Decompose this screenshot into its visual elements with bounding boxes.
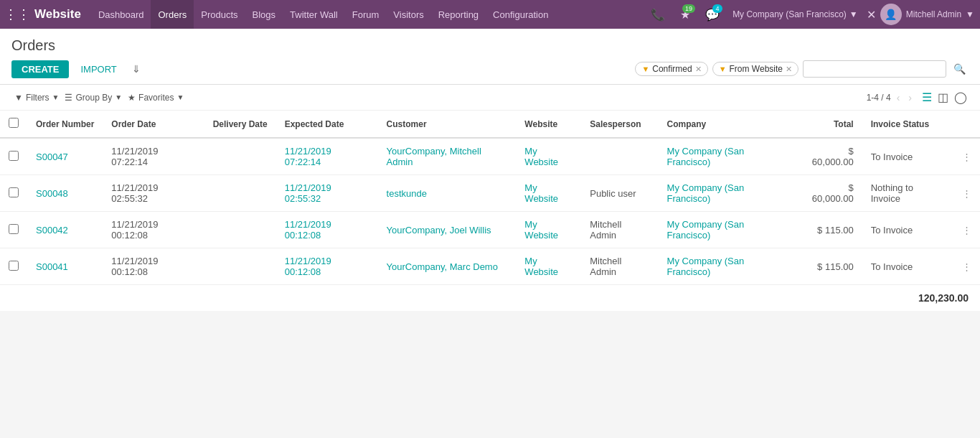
nav-orders[interactable]: Orders	[151, 0, 194, 29]
total-header[interactable]: Total	[796, 111, 862, 138]
row-customer-1[interactable]: testkunde	[378, 175, 517, 212]
list-view-button[interactable]: ☰	[920, 89, 933, 106]
download-button[interactable]: ⇓	[128, 60, 144, 78]
next-page-button[interactable]: ›	[905, 90, 915, 105]
company-caret: ▼	[849, 9, 858, 19]
group-by-button[interactable]: ☰ Group By ▼	[62, 91, 125, 104]
messages-icon-btn[interactable]: 💬 4	[701, 3, 724, 26]
row-checkbox-input-1[interactable]	[9, 187, 19, 197]
row-checkbox-3[interactable]	[0, 248, 27, 285]
select-all-header[interactable]	[0, 111, 27, 138]
row-checkbox-input-2[interactable]	[9, 224, 19, 234]
select-all-checkbox[interactable]	[9, 118, 19, 128]
nav-blogs[interactable]: Blogs	[245, 0, 283, 29]
search-icon[interactable]: 🔍	[951, 60, 969, 78]
row-salesperson-0	[581, 138, 658, 175]
row-checkbox-input-3[interactable]	[9, 261, 19, 271]
view-buttons: ☰ ◫ ◯	[920, 89, 969, 106]
order-number-header[interactable]: Order Number	[27, 111, 103, 138]
activity-view-button[interactable]: ◯	[953, 89, 969, 106]
table-row: S00048 11/21/2019 02:55:32 11/21/2019 02…	[0, 175, 980, 212]
row-website-0[interactable]: My Website	[516, 138, 581, 175]
order-date-header[interactable]: Order Date	[103, 111, 204, 138]
row-customer-3[interactable]: YourCompany, Marc Demo	[378, 248, 517, 285]
messages-badge: 4	[712, 4, 722, 13]
row-total-1: $ 60,000.00	[796, 175, 862, 212]
prev-page-button[interactable]: ‹	[894, 90, 903, 105]
app-title: Website	[34, 7, 81, 22]
orders-table-container: Order Number Order Date Delivery Date Ex…	[0, 111, 980, 311]
row-invoice-status-2: To Invoice	[862, 212, 953, 248]
phone-icon-btn[interactable]: 📞	[646, 3, 669, 26]
filters-button[interactable]: ▼ Filters ▼	[11, 91, 62, 104]
row-customer-0[interactable]: YourCompany, Mitchell Admin	[378, 138, 517, 175]
row-delivery-date-2	[204, 212, 276, 248]
salesperson-header[interactable]: Salesperson	[581, 111, 658, 138]
row-order-number-2[interactable]: S00042	[27, 212, 103, 248]
row-order-date-2: 11/21/2019 00:12:08	[103, 212, 204, 248]
pagination-label: 1-4 / 4	[867, 93, 891, 103]
company-header[interactable]: Company	[659, 111, 796, 138]
company-close-btn[interactable]: ✕	[867, 8, 876, 22]
activities-icon-btn[interactable]: ★ 19	[674, 3, 697, 26]
customer-header[interactable]: Customer	[378, 111, 517, 138]
row-expected-date-3: 11/21/2019 00:12:08	[276, 248, 378, 285]
favorites-button[interactable]: ★ Favorites ▼	[125, 91, 187, 104]
create-button[interactable]: CREATE	[11, 60, 69, 78]
website-header[interactable]: Website	[516, 111, 581, 138]
row-total-0: $ 60,000.00	[796, 138, 862, 175]
row-checkbox-1[interactable]	[0, 175, 27, 212]
star-icon: ★	[128, 93, 136, 103]
company-selector[interactable]: My Company (San Francisco) ▼	[728, 9, 862, 19]
nav-dashboard[interactable]: Dashboard	[91, 0, 151, 29]
nav-links: Dashboard Orders Products Blogs Twitter …	[91, 0, 644, 29]
nav-twitter-wall[interactable]: Twitter Wall	[283, 0, 345, 29]
row-more-0[interactable]: ⋮	[953, 138, 980, 175]
nav-forum[interactable]: Forum	[345, 0, 387, 29]
toolbar: CREATE IMPORT ⇓ ▼ Confirmed ✕ ▼ From Web…	[0, 54, 980, 85]
row-expected-date-2: 11/21/2019 00:12:08	[276, 212, 378, 248]
search-input[interactable]	[803, 60, 946, 78]
row-company-3[interactable]: My Company (San Francisco)	[659, 248, 796, 285]
user-section[interactable]: 👤 Mitchell Admin ▼	[880, 4, 974, 25]
row-website-2[interactable]: My Website	[516, 212, 581, 248]
row-company-1[interactable]: My Company (San Francisco)	[659, 175, 796, 212]
invoice-status-header[interactable]: Invoice Status	[862, 111, 953, 138]
row-delivery-date-0	[204, 138, 276, 175]
row-company-0[interactable]: My Company (San Francisco)	[659, 138, 796, 175]
apps-icon[interactable]: ⋮⋮	[6, 3, 29, 26]
nav-products[interactable]: Products	[194, 0, 245, 29]
from-website-tag-close[interactable]: ✕	[786, 65, 792, 74]
table-row: S00041 11/21/2019 00:12:08 11/21/2019 00…	[0, 248, 980, 285]
nav-configuration[interactable]: Configuration	[486, 0, 555, 29]
row-more-1[interactable]: ⋮	[953, 175, 980, 212]
kanban-view-button[interactable]: ◫	[936, 89, 950, 106]
row-expected-date-0: 11/21/2019 07:22:14	[276, 138, 378, 175]
row-website-3[interactable]: My Website	[516, 248, 581, 285]
funnel-icon: ▼	[641, 65, 649, 73]
row-more-3[interactable]: ⋮	[953, 248, 980, 285]
row-salesperson-1: Public user	[581, 175, 658, 212]
row-website-1[interactable]: My Website	[516, 175, 581, 212]
row-company-2[interactable]: My Company (San Francisco)	[659, 212, 796, 248]
delivery-date-header[interactable]: Delivery Date	[204, 111, 276, 138]
row-checkbox-input-0[interactable]	[9, 151, 19, 161]
row-invoice-status-1: Nothing to Invoice	[862, 175, 953, 212]
row-order-number-1[interactable]: S00048	[27, 175, 103, 212]
nav-visitors[interactable]: Visitors	[386, 0, 430, 29]
row-delivery-date-1	[204, 175, 276, 212]
row-expected-date-1: 11/21/2019 02:55:32	[276, 175, 378, 212]
row-checkbox-2[interactable]	[0, 212, 27, 248]
nav-reporting[interactable]: Reporting	[431, 0, 486, 29]
row-salesperson-3: Mitchell Admin	[581, 248, 658, 285]
row-order-number-3[interactable]: S00041	[27, 248, 103, 285]
expected-date-header[interactable]: Expected Date	[276, 111, 378, 138]
row-checkbox-0[interactable]	[0, 138, 27, 175]
confirmed-tag-close[interactable]: ✕	[695, 65, 702, 74]
row-order-number-0[interactable]: S00047	[27, 138, 103, 175]
row-more-2[interactable]: ⋮	[953, 212, 980, 248]
import-button[interactable]: IMPORT	[75, 60, 122, 78]
row-customer-2[interactable]: YourCompany, Joel Willis	[378, 212, 517, 248]
controls-row: ▼ Filters ▼ ☰ Group By ▼ ★ Favorites ▼ 1…	[0, 85, 980, 111]
row-delivery-date-3	[204, 248, 276, 285]
